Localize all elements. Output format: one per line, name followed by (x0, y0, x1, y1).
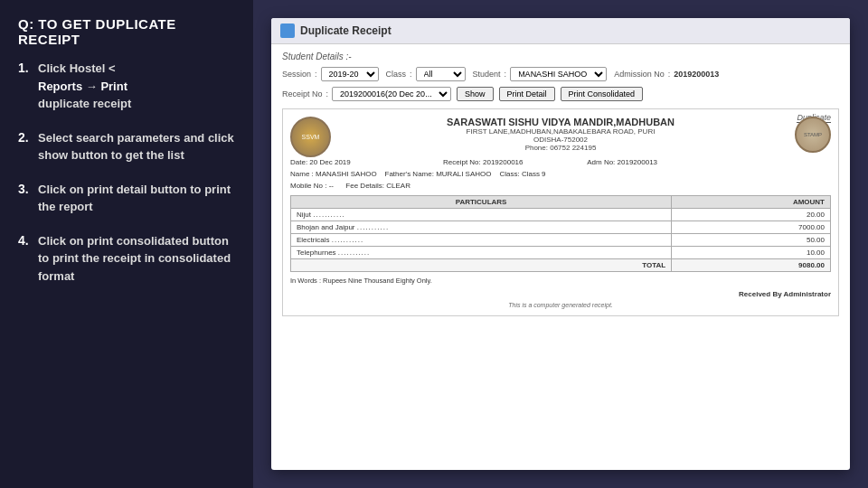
step-number-3: 3. (18, 182, 38, 196)
school-address2: ODISHA-752002 (335, 136, 786, 144)
in-words-text: In Words : Rupees Nine Thousand Eighty O… (290, 277, 432, 285)
step-number-1: 1. (18, 61, 38, 75)
computer-generated: This is a computer generated receipt. (290, 302, 831, 308)
class-doc-label: Class: (499, 170, 519, 178)
particular-cell: Electricals ........... (291, 234, 672, 247)
main-title: Q: TO GET DUPLICATE RECEIPT (18, 16, 235, 47)
print-consolidated-button[interactable]: Print Consolidated (561, 87, 644, 101)
admission-value: 2019200013 (674, 70, 719, 79)
receipt-no-doc-label: Receipt No: (443, 158, 481, 166)
receipt-window-icon (280, 23, 295, 38)
amount-cell: 50.00 (672, 234, 831, 247)
step-text-3: Click on print detail button to print th… (38, 181, 235, 216)
receipt-no-label: Receipt No (282, 89, 323, 99)
admission-label: Admission No (614, 70, 665, 79)
total-label: TOTAL (291, 259, 672, 272)
step-number-4: 4. (18, 233, 38, 248)
receipt-details: Date: 20 Dec 2019 Receipt No: 2019200016… (290, 157, 831, 192)
session-select[interactable]: 2019-20 (321, 67, 379, 81)
school-phone: Phone: 06752 224195 (335, 144, 786, 152)
class-group: Class : All (386, 67, 466, 81)
student-label: Student (473, 70, 501, 79)
student-group: Student : MANASHI SAHOO (473, 67, 608, 81)
particular-cell: Telephurnes ........... (291, 247, 672, 259)
left-panel: Q: TO GET DUPLICATE RECEIPT 1. Click Hos… (0, 0, 253, 488)
step-number-2: 2. (18, 130, 38, 145)
student-details-label: Student Details :- (282, 52, 839, 61)
mobile-fee-row: Mobile No : -- Fee Details: CLEAR (290, 181, 831, 192)
name-label: Name : (290, 170, 314, 178)
mobile-label: Mobile No : -- (290, 182, 334, 190)
total-amount: 9080.00 (672, 259, 831, 272)
step-text-4: Click on print consolidated button to pr… (38, 232, 235, 286)
session-group: Session : 2019-20 (282, 67, 379, 81)
total-row: TOTAL 9080.00 (291, 259, 831, 272)
amount-cell: 20.00 (672, 209, 831, 221)
receipt-name-row: Name : MANASHI SAHOO Father's Name: MURA… (290, 169, 831, 181)
session-label: Session (282, 70, 311, 79)
table-row: Electricals ........... 50.00 (291, 234, 831, 247)
in-words: In Words : Rupees Nine Thousand Eighty O… (290, 276, 831, 286)
school-stamp: STAMP (795, 117, 831, 153)
receipt-document: Duplicate SSVM STAMP SARASWATI SISHU VID… (282, 108, 839, 316)
particulars-table: PARTICULARS AMOUNT Nijut ........... 20.… (290, 195, 831, 272)
class-select[interactable]: All (416, 67, 466, 81)
receipt-window: Duplicate Receipt Student Details :- Ses… (271, 18, 850, 470)
school-logo-circle: SSVM (290, 117, 331, 157)
window-title-text: Duplicate Receipt (300, 24, 392, 37)
student-select[interactable]: MANASHI SAHOO (510, 67, 607, 81)
class-doc-value: Class 9 (522, 170, 546, 178)
step-text-1: Click Hostel < Reports → Print duplicate… (38, 60, 131, 113)
table-row: Telephurnes ........... 10.00 (291, 247, 831, 259)
receipt-body: Student Details :- Session : 2019-20 Cla… (271, 44, 850, 324)
father-label: Father's Name: (385, 170, 434, 178)
logo-text: SSVM (302, 134, 320, 140)
admission-group: Admission No : 2019200013 (614, 70, 719, 79)
step-highlight-print: Print (100, 80, 127, 93)
step-3: 3. Click on print detail button to print… (18, 181, 235, 216)
show-button[interactable]: Show (457, 87, 494, 101)
school-logo: SSVM (290, 117, 331, 157)
date-label: Date: (290, 158, 307, 166)
step-highlight-reports: Reports (38, 80, 82, 93)
right-panel: Duplicate Receipt Student Details :- Ses… (253, 0, 868, 488)
receipt-date-row: Date: 20 Dec 2019 Receipt No: 2019200016… (290, 157, 831, 169)
table-row: Nijut ........... 20.00 (291, 209, 831, 221)
school-info: SARASWATI SISHU VIDYA MANDIR,MADHUBAN FI… (290, 117, 831, 152)
class-label: Class (386, 70, 407, 79)
receipt-no-group: Receipt No : 2019200016(20 Dec 20... (282, 87, 451, 101)
school-name: SARASWATI SISHU VIDYA MANDIR,MADHUBAN (335, 117, 786, 127)
particular-cell: Bhojan and Jaipur ........... (291, 221, 672, 234)
amount-cell: 10.00 (672, 247, 831, 259)
father-value: MURALI SAHOO (436, 170, 491, 178)
fee-label: Fee Details: (345, 182, 384, 190)
fee-value: CLEAR (386, 182, 410, 190)
buttons-row: Receipt No : 2019200016(20 Dec 20... Sho… (282, 87, 839, 101)
step-list: 1. Click Hostel < Reports → Print duplic… (18, 60, 235, 285)
step-1: 1. Click Hostel < Reports → Print duplic… (18, 60, 235, 113)
step-4: 4. Click on print consolidated button to… (18, 232, 235, 286)
step-arrow: → (86, 80, 98, 93)
school-address1: FIRST LANE,MADHUBAN,NABAKALEBARA ROAD, P… (335, 127, 786, 136)
adm-no-label: Adm No: (587, 158, 615, 166)
received-by: Received By Administrator (290, 290, 831, 298)
particular-cell: Nijut ........... (291, 209, 672, 221)
school-stamp-circle: STAMP (795, 117, 831, 153)
receipt-no-select[interactable]: 2019200016(20 Dec 20... (332, 87, 451, 101)
step-2: 2. Select search parameters and click sh… (18, 129, 235, 164)
amount-header: AMOUNT (672, 196, 831, 209)
particulars-header: PARTICULARS (291, 196, 672, 209)
print-detail-button[interactable]: Print Detail (499, 87, 555, 101)
window-title-bar: Duplicate Receipt (271, 18, 850, 44)
receipt-no-doc-value: 2019200016 (483, 158, 524, 166)
date-value: 20 Dec 2019 (309, 158, 350, 166)
step-highlight-dup: duplicate receipt (38, 97, 131, 110)
name-value: MANASHI SAHOO (316, 170, 377, 178)
stamp-text: STAMP (804, 132, 822, 137)
table-row: Bhojan and Jaipur ........... 7000.00 (291, 221, 831, 234)
fields-row: Session : 2019-20 Class : All Student : (282, 67, 839, 81)
amount-cell: 7000.00 (672, 221, 831, 234)
adm-no-value: 2019200013 (618, 158, 658, 166)
step-text-2: Select search parameters and click show … (38, 129, 235, 164)
